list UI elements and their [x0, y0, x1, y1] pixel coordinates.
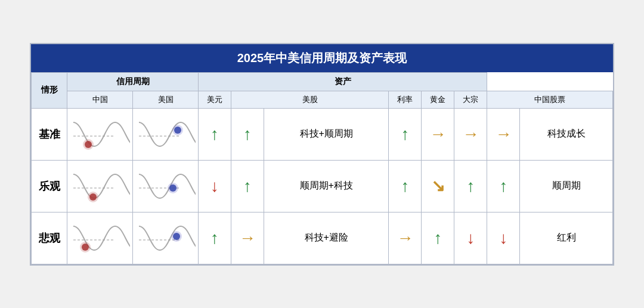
china-stock-arrow-cell: ↓ — [487, 212, 520, 264]
situation-label: 乐观 — [32, 160, 67, 212]
header-sub-row: 中国 美国 美元 美股 利率 黄金 大宗 中国股票 — [32, 91, 613, 108]
us-stock-text-cell: 科技+顺周期 — [264, 108, 389, 160]
us-stocks-header: 美股 — [231, 91, 389, 108]
usd-arrow-cell: ↑ — [199, 108, 231, 160]
us-wave-cell — [133, 212, 199, 264]
table-row: 悲观 ↑ → 科技+避险 → ↑ ↓ ↓ 红利 — [32, 212, 613, 264]
china-wave-cell — [67, 212, 133, 264]
svg-point-14 — [82, 244, 89, 251]
situation-header: 情形 — [32, 72, 67, 108]
china-credit-header: 中国 — [67, 91, 133, 108]
assets-header: 资产 — [199, 72, 487, 91]
china-wave-cell — [67, 160, 133, 212]
usd-arrow-cell: ↓ — [199, 160, 231, 212]
gold-arrow-cell: ↑ — [422, 212, 454, 264]
us-stock-text-cell: 顺周期+科技 — [264, 160, 389, 212]
svg-point-5 — [174, 127, 181, 134]
us-wave-cell — [133, 160, 199, 212]
china-stocks-header: 中国股票 — [487, 91, 613, 108]
commodity-arrow-cell: → — [454, 108, 487, 160]
china-stock-text-cell: 红利 — [520, 212, 613, 264]
us-wave-cell — [133, 108, 199, 160]
table-row: 基准 ↑ ↑ 科技+顺周期 ↑ → → → 科技成长 — [32, 108, 613, 160]
usd-header: 美元 — [199, 91, 231, 108]
commodity-header: 大宗 — [454, 91, 487, 108]
commodity-arrow-cell: ↓ — [454, 212, 487, 264]
gold-arrow-cell: ↘ — [422, 160, 454, 212]
situation-label: 基准 — [32, 108, 67, 160]
gold-header: 黄金 — [422, 91, 454, 108]
china-stock-arrow-cell: → — [487, 108, 520, 160]
table-row: 乐观 ↓ ↑ 顺周期+科技 ↑ ↘ ↑ ↑ 顺周期 — [32, 160, 613, 212]
china-stock-arrow-cell: ↑ — [487, 160, 520, 212]
situation-label: 悲观 — [32, 212, 67, 264]
svg-point-2 — [85, 141, 92, 148]
interest-rate-header: 利率 — [389, 91, 422, 108]
us-credit-header: 美国 — [133, 91, 199, 108]
rate-arrow-cell: ↑ — [389, 108, 422, 160]
header-group-row: 情形 信用周期 资产 — [32, 72, 613, 91]
svg-point-17 — [173, 233, 180, 240]
gold-arrow-cell: → — [422, 108, 454, 160]
us-stock-arrow-cell: ↑ — [231, 108, 264, 160]
table-title: 2025年中美信用周期及资产表现 — [31, 44, 613, 72]
credit-cycle-header: 信用周期 — [67, 72, 199, 91]
rate-arrow-cell: → — [389, 212, 422, 264]
us-stock-arrow-cell: ↑ — [231, 160, 264, 212]
commodity-arrow-cell: ↑ — [454, 160, 487, 212]
usd-arrow-cell: ↑ — [199, 212, 231, 264]
us-stock-arrow-cell: → — [231, 212, 264, 264]
svg-point-8 — [89, 193, 97, 201]
us-stock-text-cell: 科技+避险 — [264, 212, 389, 264]
china-wave-cell — [67, 108, 133, 160]
main-container: 2025年中美信用周期及资产表现 情形 信用周期 资产 中国 美国 美元 美股 … — [30, 43, 614, 266]
china-stock-text-cell: 顺周期 — [520, 160, 613, 212]
rate-arrow-cell: ↑ — [389, 160, 422, 212]
svg-point-11 — [169, 184, 177, 192]
china-stock-text-cell: 科技成长 — [520, 108, 613, 160]
